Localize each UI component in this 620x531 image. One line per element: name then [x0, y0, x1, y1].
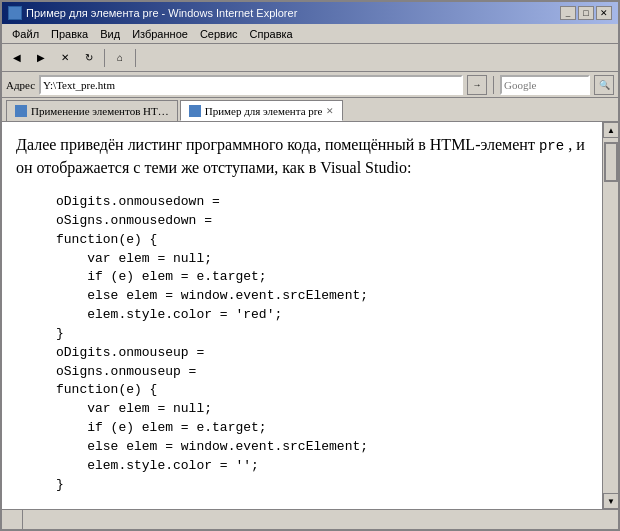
- code-block: oDigits.onmousedown = oSigns.onmousedown…: [56, 193, 588, 495]
- title-bar-buttons: _ □ ✕: [560, 6, 612, 20]
- scroll-down-button[interactable]: ▼: [603, 493, 618, 509]
- forward-button[interactable]: ▶: [30, 47, 52, 69]
- window-title: Пример для элемента pre - Windows Intern…: [26, 7, 297, 19]
- back-button[interactable]: ◀: [6, 47, 28, 69]
- scroll-track: [603, 138, 618, 493]
- intro-paragraph: Далее приведён листинг программного кода…: [16, 134, 588, 179]
- minimize-button[interactable]: _: [560, 6, 576, 20]
- tab-0-icon: [15, 105, 27, 117]
- address-input[interactable]: [39, 75, 463, 95]
- scroll-thumb[interactable]: [604, 142, 618, 182]
- menu-view[interactable]: Вид: [94, 26, 126, 42]
- tab-1[interactable]: Пример для элемента pre ✕: [180, 100, 344, 121]
- menu-edit[interactable]: Правка: [45, 26, 94, 42]
- scrollbar: ▲ ▼: [602, 122, 618, 509]
- tab-1-icon: [189, 105, 201, 117]
- address-bar: Адрес → 🔍: [2, 72, 618, 98]
- address-label: Адрес: [6, 79, 35, 91]
- status-text: [6, 510, 23, 529]
- title-bar-left: Пример для элемента pre - Windows Intern…: [8, 6, 297, 20]
- stop-button[interactable]: ✕: [54, 47, 76, 69]
- browser-icon: [8, 6, 22, 20]
- menu-tools[interactable]: Сервис: [194, 26, 244, 42]
- home-button[interactable]: ⌂: [109, 47, 131, 69]
- intro-text-before: Далее приведён листинг программного кода…: [16, 136, 535, 153]
- tab-1-close[interactable]: ✕: [326, 106, 334, 116]
- title-bar: Пример для элемента pre - Windows Intern…: [2, 2, 618, 24]
- content-area: Далее приведён листинг программного кода…: [2, 122, 618, 509]
- toolbar: ◀ ▶ ✕ ↻ ⌂: [2, 44, 618, 72]
- tab-0[interactable]: Применение элементов НТ…: [6, 100, 178, 121]
- tab-1-label: Пример для элемента pre: [205, 105, 323, 117]
- menu-help[interactable]: Справка: [244, 26, 299, 42]
- search-input[interactable]: [500, 75, 590, 95]
- browser-window: Пример для элемента pre - Windows Intern…: [0, 0, 620, 531]
- close-button[interactable]: ✕: [596, 6, 612, 20]
- scroll-up-button[interactable]: ▲: [603, 122, 618, 138]
- code-element-inline: pre: [539, 138, 564, 154]
- tabs-bar: Применение элементов НТ… Пример для элем…: [2, 98, 618, 122]
- menu-favorites[interactable]: Избранное: [126, 26, 194, 42]
- toolbar-separator: [104, 49, 105, 67]
- toolbar-separator-2: [135, 49, 136, 67]
- menu-file[interactable]: Файл: [6, 26, 45, 42]
- status-bar: [2, 509, 618, 529]
- address-separator: [493, 76, 494, 94]
- menu-bar: Файл Правка Вид Избранное Сервис Справка: [2, 24, 618, 44]
- maximize-button[interactable]: □: [578, 6, 594, 20]
- refresh-button[interactable]: ↻: [78, 47, 100, 69]
- search-button[interactable]: 🔍: [594, 75, 614, 95]
- go-button[interactable]: →: [467, 75, 487, 95]
- page-content: Далее приведён листинг программного кода…: [2, 122, 602, 509]
- tab-0-label: Применение элементов НТ…: [31, 105, 169, 117]
